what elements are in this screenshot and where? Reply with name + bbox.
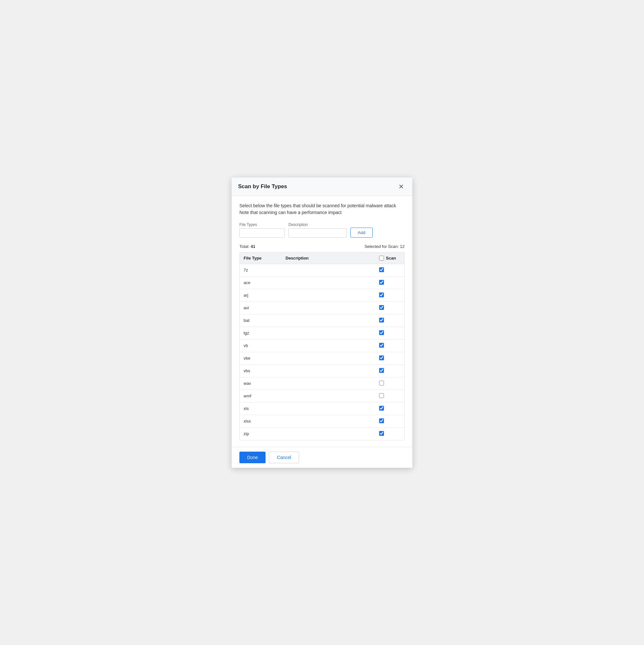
- table-row: ace: [240, 276, 404, 289]
- header-scan: Scan: [375, 252, 404, 264]
- cell-description: [282, 301, 375, 314]
- table-row: bat: [240, 314, 404, 327]
- scan-checkbox[interactable]: [379, 406, 384, 411]
- file-types-table-container: File Type Description Scan: [239, 252, 405, 440]
- scan-checkbox[interactable]: [379, 356, 384, 360]
- scan-all-checkbox[interactable]: [379, 256, 384, 260]
- cell-scan: [375, 427, 404, 440]
- table-row: vbe: [240, 352, 404, 365]
- cell-file-type: wav: [240, 377, 282, 390]
- dialog-body: Select below the file types that should …: [232, 196, 412, 447]
- file-types-table: File Type Description Scan: [240, 252, 404, 440]
- cell-file-type: vb: [240, 339, 282, 352]
- scan-checkbox[interactable]: [379, 431, 384, 436]
- close-button[interactable]: ✕: [396, 183, 406, 191]
- cell-description: [282, 289, 375, 301]
- cell-description: [282, 352, 375, 365]
- cell-file-type: tgz: [240, 327, 282, 339]
- table-row: wmf: [240, 390, 404, 402]
- header-file-type: File Type: [240, 252, 282, 264]
- cell-file-type: xlsx: [240, 415, 282, 427]
- scan-checkbox[interactable]: [379, 292, 384, 297]
- cell-scan: [375, 327, 404, 339]
- cell-scan: [375, 402, 404, 415]
- table-row: avi: [240, 301, 404, 314]
- cell-description: [282, 390, 375, 402]
- close-icon: ✕: [398, 183, 404, 190]
- scan-checkbox[interactable]: [379, 393, 384, 398]
- scan-checkbox[interactable]: [379, 267, 384, 272]
- cancel-button[interactable]: Cancel: [269, 452, 299, 463]
- cell-description: [282, 402, 375, 415]
- cell-scan: [375, 365, 404, 377]
- cell-file-type: arj: [240, 289, 282, 301]
- dialog-title: Scan by File Types: [238, 183, 287, 190]
- table-row: 7z: [240, 264, 404, 276]
- cell-description: [282, 365, 375, 377]
- cell-scan: [375, 390, 404, 402]
- cell-file-type: xls: [240, 402, 282, 415]
- cell-scan: [375, 415, 404, 427]
- scan-checkbox[interactable]: [379, 305, 384, 310]
- cell-file-type: zip: [240, 427, 282, 440]
- scan-checkbox[interactable]: [379, 330, 384, 335]
- add-file-type-form: File Types Description Add: [239, 222, 405, 238]
- cell-description: [282, 377, 375, 390]
- table-row: wav: [240, 377, 404, 390]
- summary-row: Total: 41 Selected for Scan: 12: [239, 244, 405, 249]
- table-row: tgz: [240, 327, 404, 339]
- cell-description: [282, 427, 375, 440]
- dialog-header: Scan by File Types ✕: [232, 178, 412, 196]
- cell-scan: [375, 264, 404, 276]
- scan-header-label: Scan: [386, 256, 396, 260]
- description-line2: Note that scanning can have a performanc…: [239, 209, 405, 216]
- cell-description: [282, 276, 375, 289]
- add-button[interactable]: Add: [350, 228, 373, 238]
- scan-checkbox[interactable]: [379, 418, 384, 423]
- description-text: Select below the file types that should …: [239, 202, 405, 216]
- table-row: vb: [240, 339, 404, 352]
- selected-label: Selected for Scan:: [365, 244, 399, 249]
- scan-checkbox[interactable]: [379, 343, 384, 348]
- table-row: xlsx: [240, 415, 404, 427]
- cell-description: [282, 415, 375, 427]
- selected-count: Selected for Scan: 12: [365, 244, 405, 249]
- scan-checkbox[interactable]: [379, 368, 384, 373]
- table-row: xls: [240, 402, 404, 415]
- scan-checkbox[interactable]: [379, 317, 384, 322]
- table-row: vbs: [240, 365, 404, 377]
- scan-checkbox[interactable]: [379, 381, 384, 386]
- scan-by-file-types-dialog: Scan by File Types ✕ Select below the fi…: [232, 178, 412, 468]
- description-label: Description: [288, 222, 346, 227]
- done-button[interactable]: Done: [239, 452, 266, 463]
- cell-scan: [375, 377, 404, 390]
- selected-value: 12: [400, 244, 405, 249]
- total-label: Total:: [239, 244, 249, 249]
- cell-file-type: vbe: [240, 352, 282, 365]
- cell-description: [282, 327, 375, 339]
- description-line1: Select below the file types that should …: [239, 202, 405, 209]
- cell-description: [282, 264, 375, 276]
- total-count: Total: 41: [239, 244, 255, 249]
- cell-file-type: 7z: [240, 264, 282, 276]
- description-field-group: Description: [288, 222, 346, 238]
- file-types-field-group: File Types: [239, 222, 285, 238]
- file-types-label: File Types: [239, 222, 285, 227]
- dialog-footer: Done Cancel: [232, 447, 412, 468]
- file-types-input[interactable]: [239, 228, 285, 238]
- table-row: zip: [240, 427, 404, 440]
- cell-scan: [375, 276, 404, 289]
- table-row: arj: [240, 289, 404, 301]
- cell-scan: [375, 314, 404, 327]
- table-body: 7zacearjavibattgzvbvbevbswavwmfxlsxlsxzi…: [240, 264, 404, 440]
- cell-file-type: wmf: [240, 390, 282, 402]
- cell-scan: [375, 339, 404, 352]
- cell-file-type: avi: [240, 301, 282, 314]
- table-header-row: File Type Description Scan: [240, 252, 404, 264]
- description-input[interactable]: [288, 228, 346, 238]
- cell-file-type: ace: [240, 276, 282, 289]
- total-value: 41: [251, 244, 255, 249]
- scan-checkbox[interactable]: [379, 280, 384, 285]
- cell-scan: [375, 301, 404, 314]
- cell-scan: [375, 289, 404, 301]
